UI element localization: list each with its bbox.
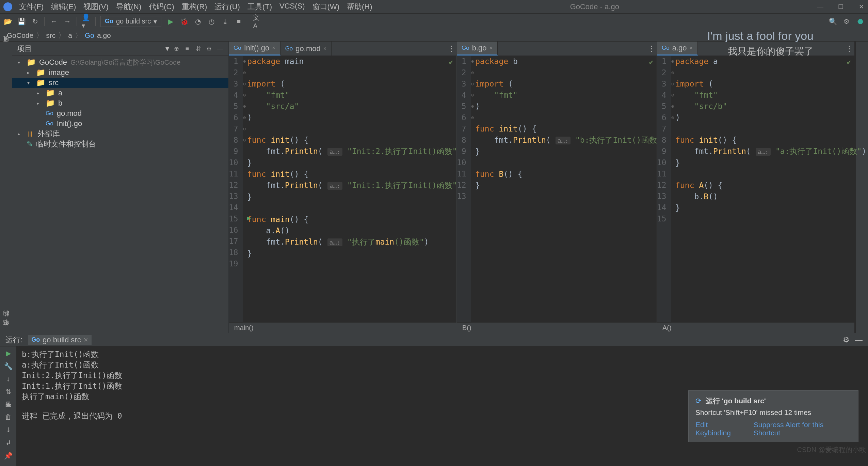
hide-run-icon[interactable]: —	[855, 336, 863, 344]
code-editor[interactable]: package b import ( "fmt" ) func init() {…	[474, 56, 666, 322]
menu-item[interactable]: 重构(R)	[182, 2, 207, 12]
tree-item-name: 临时文件和控制台	[36, 139, 96, 149]
settings-icon[interactable]: ⚙	[842, 17, 851, 26]
menu-item[interactable]: 工具(T)	[247, 2, 272, 12]
debug-icon[interactable]: 🐞	[180, 17, 189, 26]
coverage-icon[interactable]: ◔	[193, 17, 202, 26]
sync-icon[interactable]: ↻	[31, 17, 39, 26]
open-icon[interactable]: 📂	[3, 17, 12, 26]
user-menu-icon[interactable]: 👤▾	[82, 17, 91, 26]
soft-wrap-icon[interactable]: ↲	[5, 439, 11, 447]
hide-panel-icon[interactable]: —	[216, 45, 224, 52]
titlebar: 文件(F)编辑(E)视图(V)导航(N)代码(C)重构(R)运行(U)工具(T)…	[0, 0, 868, 14]
editor-breadcrumb[interactable]: A()	[657, 322, 854, 333]
editor-tab[interactable]: GoInit().go×	[229, 42, 280, 56]
expand-all-icon[interactable]: ≡	[183, 45, 191, 52]
tree-row[interactable]: ▾📁src	[12, 78, 228, 88]
run-icon[interactable]: ▶	[166, 17, 175, 26]
forward-icon[interactable]: →	[63, 17, 72, 26]
panel-settings-icon[interactable]: ⚙	[205, 45, 213, 52]
close-tab-icon[interactable]: ×	[323, 46, 326, 52]
breadcrumb-item[interactable]: a.go	[97, 31, 111, 40]
menu-item[interactable]: 代码(C)	[149, 2, 174, 12]
run-tab[interactable]: Go go build src ×	[28, 335, 91, 345]
editor-tab[interactable]: Gogo.mod×	[280, 42, 332, 56]
menu-item[interactable]: 运行(U)	[214, 2, 240, 12]
menu-item[interactable]: 文件(F)	[19, 2, 44, 12]
pin-icon[interactable]: 📌	[4, 452, 13, 460]
tab-menu-icon[interactable]: ⋮	[844, 42, 854, 56]
menu-item[interactable]: 导航(N)	[116, 2, 142, 12]
code-editor[interactable]: package a import ( "fmt" "src/b" ) func …	[674, 56, 866, 322]
export-icon[interactable]: ⤓	[5, 426, 11, 434]
close-tab-icon[interactable]: ×	[489, 45, 493, 51]
translate-icon[interactable]: 文A	[253, 17, 262, 26]
back-icon[interactable]: ←	[49, 17, 58, 26]
tab-menu-icon[interactable]: ⋮	[646, 42, 657, 56]
editor-column: Goa.go×⋮1 2 3 4 5 6 7 8 9 10 11 12 13 14…	[657, 42, 854, 333]
close-tab-icon[interactable]: ×	[272, 45, 275, 51]
lyrics-overlay-cn: 我只是你的傻子罢了	[728, 45, 814, 58]
tree-row[interactable]: ▸📁image	[12, 67, 228, 78]
tree-item-name: Init().go	[57, 119, 82, 128]
breadcrumb-item[interactable]: src	[46, 31, 55, 40]
print-icon[interactable]: 🖶	[5, 401, 12, 408]
tree-row[interactable]: GoInit().go	[12, 119, 228, 129]
wrench-icon[interactable]: 🔧	[4, 362, 13, 370]
collapse-all-icon[interactable]: ⇵	[194, 45, 202, 52]
tab-menu-icon[interactable]: ⋮	[446, 42, 456, 56]
editor-breadcrumb[interactable]: B()	[457, 322, 657, 333]
go-file-icon: Go	[662, 45, 670, 51]
filter-icon[interactable]: ⇅	[5, 388, 11, 396]
project-tool-button[interactable]: 项目	[2, 44, 10, 49]
chevron-down-icon[interactable]: ▾	[165, 44, 169, 53]
close-tab-icon[interactable]: ×	[84, 336, 88, 344]
breadcrumb-item[interactable]: GoCode	[7, 31, 33, 40]
left-toolwindow-stripe: 项目 结构 书签	[0, 42, 12, 333]
delete-icon[interactable]: 🗑	[5, 413, 12, 421]
structure-tool-button[interactable]: 结构	[2, 319, 10, 324]
menu-item[interactable]: 视图(V)	[83, 2, 108, 12]
close-icon[interactable]: ✕	[858, 3, 865, 11]
menu-item[interactable]: VCS(S)	[279, 2, 305, 12]
code-editor[interactable]: package main import ( "fmt" "src/a" ) fu…	[246, 56, 462, 322]
editor-tab[interactable]: Gob.go×	[457, 42, 498, 56]
search-everywhere-icon[interactable]: 🔍	[829, 17, 837, 26]
save-icon[interactable]: 💾	[17, 17, 26, 26]
select-opened-file-icon[interactable]: ⊕	[173, 45, 180, 52]
tree-row[interactable]: Gogo.mod	[12, 108, 228, 119]
minimize-icon[interactable]: —	[817, 3, 824, 11]
notification-balloon[interactable]: ⟳ 运行 'go build src' Shortcut 'Shift+F10'…	[688, 390, 858, 442]
go-file-icon: Go	[285, 45, 293, 52]
tree-row[interactable]: ▸⫼外部库	[12, 129, 228, 139]
tree-row[interactable]: ✎临时文件和控制台	[12, 139, 228, 149]
rerun-icon[interactable]: ▶	[6, 349, 11, 357]
attach-icon[interactable]: ⤓	[221, 17, 229, 26]
editor-breadcrumb[interactable]: main()	[229, 322, 456, 333]
breadcrumb-item[interactable]: a	[68, 31, 72, 40]
tree-row[interactable]: ▾📁GoCode G:\Golang\Go语言进阶学习\GoCode	[12, 57, 228, 67]
tree-item-name: 外部库	[37, 129, 60, 139]
profile-icon[interactable]: ◷	[207, 17, 216, 26]
go-file-icon: Go	[46, 120, 53, 127]
project-tree[interactable]: ▾📁GoCode G:\Golang\Go语言进阶学习\GoCode▸📁imag…	[12, 56, 228, 333]
extra-icon[interactable]: ⬣	[856, 17, 865, 26]
notification-link-edit[interactable]: Edit Keybinding	[695, 421, 745, 437]
menu-item[interactable]: 帮助(H)	[347, 2, 372, 12]
close-tab-icon[interactable]: ×	[690, 45, 693, 51]
down-icon[interactable]: ↓	[6, 375, 10, 383]
run-settings-icon[interactable]: ⚙	[843, 336, 850, 344]
tree-row[interactable]: ▸📁a	[12, 88, 228, 98]
run-title: 运行:	[5, 335, 22, 345]
stop-icon[interactable]: ■	[234, 17, 243, 26]
bookmark-tool-button[interactable]: 书签	[2, 328, 10, 333]
editor-tab[interactable]: Goa.go×	[657, 42, 698, 56]
menu-item[interactable]: 窗口(W)	[312, 2, 339, 12]
maximize-icon[interactable]: ☐	[837, 3, 844, 11]
notification-link-suppress[interactable]: Suppress Alert for this Shortcut	[754, 421, 851, 437]
gutter-run-icon[interactable]: ▶	[247, 214, 251, 221]
menu-item[interactable]: 编辑(E)	[51, 2, 76, 12]
run-config-selector[interactable]: Go go build src ▾	[100, 16, 161, 27]
run-config-label: go build src	[116, 17, 151, 25]
tree-row[interactable]: ▸📁b	[12, 98, 228, 108]
